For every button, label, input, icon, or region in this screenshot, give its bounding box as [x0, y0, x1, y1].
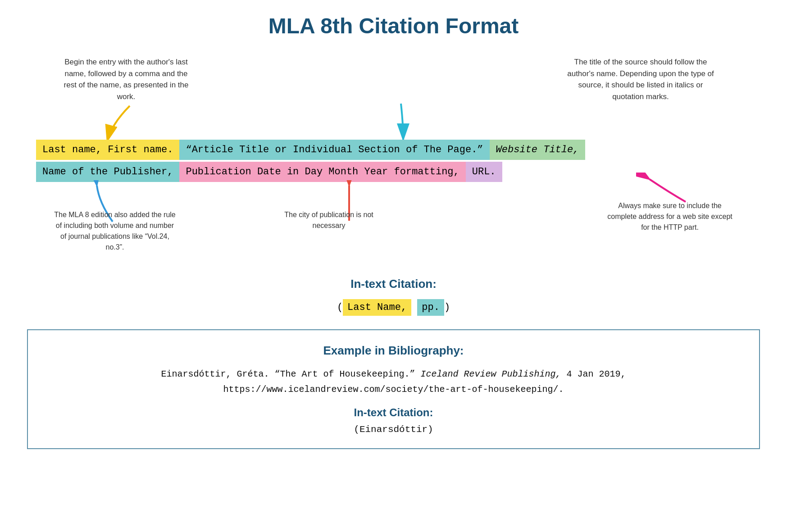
annotation-bottom-left: The MLA 8 edition also added the rule of…: [54, 209, 176, 253]
bib-line1-normal: Einarsdóttir, Gréta. “The Art of Houseke…: [161, 369, 420, 379]
bib-line1-italic: Iceland Review Publishing,: [421, 369, 561, 379]
page-container: MLA 8th Citation Format Begin the entry …: [0, 0, 787, 532]
yellow-arrow-icon: [94, 101, 148, 144]
seg-publisher-name: Name of the Publisher,: [36, 162, 179, 182]
intext-citation-section: In-text Citation: ( Last Name, pp. ): [27, 277, 760, 316]
intext-example-container: ( Last Name, pp. ): [27, 299, 760, 316]
citation-row-1: Last name, First name. “Article Title or…: [36, 140, 751, 160]
annotation-bottom-center: The city of publication is not necessary: [284, 209, 374, 231]
annotation-bottom-right: Always make sure to include the complete…: [607, 200, 733, 233]
page-title: MLA 8th Citation Format: [27, 14, 760, 38]
intext-pp: pp.: [417, 299, 444, 316]
bibliography-section: Example in Bibliography: Einarsdóttir, G…: [27, 329, 760, 449]
bib-intext-title: In-text Citation:: [50, 406, 737, 419]
annotation-top-right: The title of the source should follow th…: [566, 56, 715, 102]
intext-citation-title: In-text Citation:: [27, 277, 760, 291]
intext-close-paren: ): [444, 302, 450, 313]
cyan-arrow-icon: [383, 99, 428, 144]
bib-intext-example: (Einarsdóttir): [50, 424, 737, 435]
seg-article-title: “Article Title or Individual Section of …: [179, 140, 489, 160]
bib-title: Example in Bibliography:: [50, 344, 737, 358]
bib-example-text: Einarsdóttir, Gréta. “The Art of Houseke…: [50, 367, 737, 397]
seg-pub-date: Publication Date in Day Month Year forma…: [179, 162, 465, 182]
bib-line2: https://www.icelandreview.com/society/th…: [223, 384, 564, 395]
seg-url: URL.: [466, 162, 502, 182]
annotation-area: Begin the entry with the author's last n…: [27, 56, 760, 273]
intext-open-paren: (: [337, 302, 343, 313]
intext-space: [411, 302, 417, 313]
seg-website-title: Website Title,: [490, 140, 586, 160]
seg-last-name: Last name, First name.: [36, 140, 179, 160]
intext-last-name: Last Name,: [343, 299, 411, 316]
annotation-top-left: Begin the entry with the author's last n…: [63, 56, 189, 102]
bib-line1-end: 4 Jan 2019,: [561, 369, 626, 379]
